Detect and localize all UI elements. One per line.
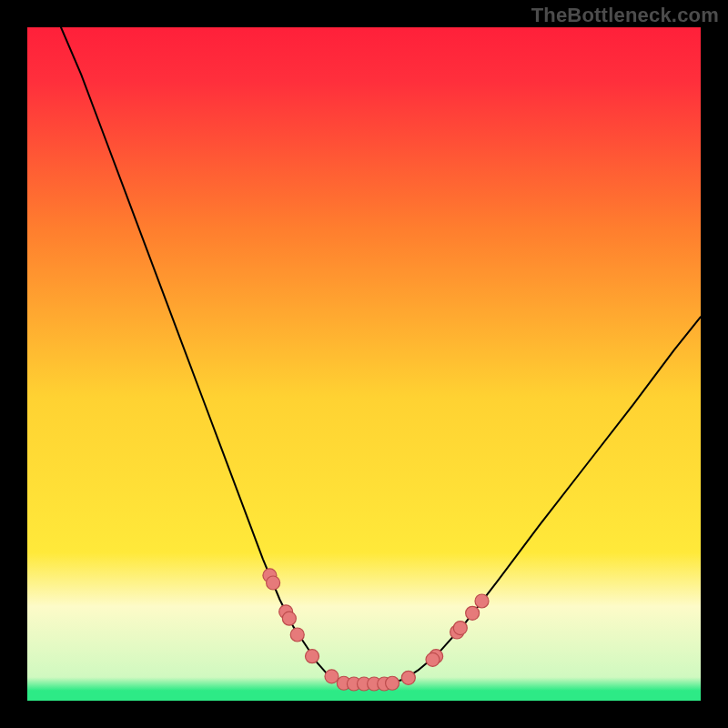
plot-area [27,27,701,701]
data-markers [27,27,701,701]
chart-frame: TheBottleneck.com [0,0,728,728]
branding-watermark: TheBottleneck.com [531,4,719,27]
